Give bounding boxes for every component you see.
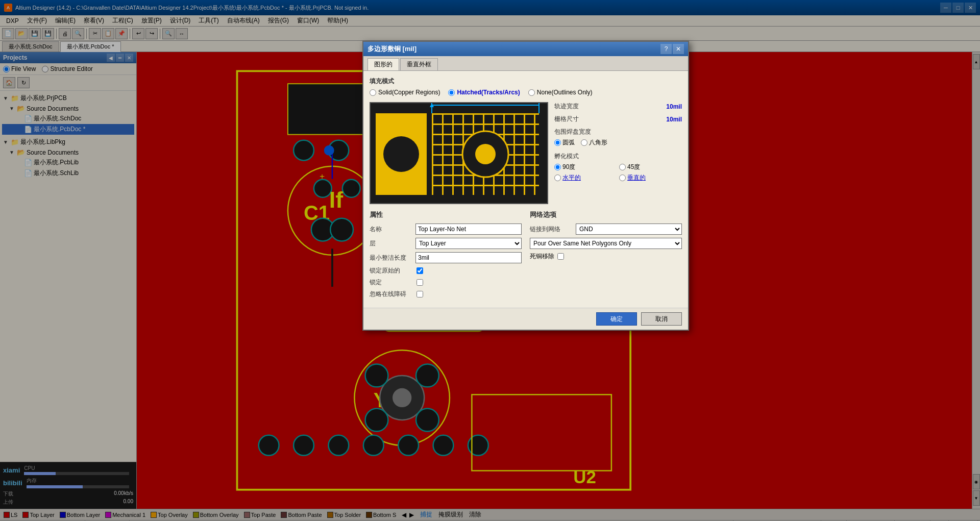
hatch-45-label: 45度 — [627, 163, 640, 171]
connect-net-row: 链接到网络 GND — [530, 224, 682, 235]
pour-over-select[interactable]: Pour Over Same Net Polygons Only — [530, 238, 682, 249]
modal-close-button[interactable]: ✕ — [673, 44, 684, 54]
properties-section: 属性 名称 层 Top Layer 最小整洁长度 — [370, 210, 522, 302]
preview-area: 轨迹宽度 10mil 栅格尺寸 10mil 包围焊盘宽度 — [370, 102, 682, 204]
hatch-90-option[interactable]: 90度 — [554, 163, 617, 171]
cancel-button[interactable]: 取消 — [641, 312, 682, 326]
connect-net-select[interactable]: GND — [576, 224, 682, 235]
pattern-preview — [370, 102, 548, 204]
ignore-checkbox[interactable] — [416, 291, 423, 297]
fill-mode-group: Solid(Copper Regions) Hatched(Tracks/Arc… — [370, 89, 682, 96]
name-row: 名称 — [370, 224, 522, 235]
modal-tab-graphic[interactable]: 图形的 — [368, 58, 399, 70]
modal-body: 填充模式 Solid(Copper Regions) Hatched(Track… — [363, 71, 688, 308]
fill-solid-option[interactable]: Solid(Copper Regions) — [370, 89, 440, 96]
hatch-90-label: 90度 — [562, 163, 575, 171]
ignore-row: 忽略在线障碍 — [370, 290, 522, 299]
fill-solid-radio[interactable] — [370, 89, 376, 96]
name-label: 名称 — [370, 225, 415, 234]
layer-select[interactable]: Top Layer — [415, 238, 522, 249]
surround-pads-label: 包围焊盘宽度 — [554, 128, 682, 136]
modal-controls: ? ✕ — [660, 44, 684, 54]
props-section: 属性 名称 层 Top Layer 最小整洁长度 — [370, 210, 682, 302]
surround-arc-radio[interactable] — [554, 139, 561, 146]
svg-point-75 — [475, 144, 496, 164]
layer-label: 层 — [370, 239, 415, 248]
grid-size-value: 10mil — [666, 116, 682, 123]
hatch-horiz-option[interactable]: 水平的 — [554, 173, 617, 182]
lock-row: 锁定 — [370, 278, 522, 287]
svg-point-69 — [383, 136, 419, 172]
hatch-45-radio[interactable] — [619, 164, 626, 170]
hatch-vert-radio[interactable] — [619, 175, 626, 181]
dead-copper-row: 死铜移除 — [530, 252, 682, 261]
net-options-section: 网络选项 链接到网络 GND Pour Over Same Net Polygo… — [530, 210, 682, 302]
fill-none-option[interactable]: None(Outlines Only) — [528, 89, 593, 96]
modal-title-bar: 多边形敷铜 [mil] ? ✕ — [363, 42, 688, 56]
polygon-pour-dialog: 多边形敷铜 [mil] ? ✕ 图形的 垂直外框 填充模式 Solid(Copp… — [362, 41, 689, 331]
lock-label: 锁定 — [370, 278, 415, 287]
hatch-45-option[interactable]: 45度 — [619, 163, 682, 171]
ignore-label: 忽略在线障碍 — [370, 290, 415, 299]
hatch-90-radio[interactable] — [554, 164, 561, 170]
fill-hatched-label: Hatched(Tracks/Arcs) — [457, 89, 520, 96]
modal-footer: 确定 取消 — [363, 308, 688, 330]
track-width-value: 10mil — [666, 103, 682, 110]
grid-size-label: 栅格尺寸 — [554, 115, 579, 123]
dead-copper-checkbox[interactable] — [557, 253, 564, 260]
fill-none-radio[interactable] — [528, 89, 535, 96]
surround-oct-option[interactable]: 八角形 — [581, 138, 607, 147]
min-clear-input[interactable] — [415, 252, 522, 263]
lock-prim-label: 锁定原始的 — [370, 266, 415, 275]
layer-row: 层 Top Layer — [370, 238, 522, 249]
fill-hatched-radio[interactable] — [448, 89, 455, 96]
lock-checkbox[interactable] — [416, 279, 423, 286]
hatch-vert-option[interactable]: 垂直的 — [619, 173, 682, 182]
net-options-title: 网络选项 — [530, 210, 682, 219]
connect-net-label: 链接到网络 — [530, 225, 576, 234]
hatch-horiz-label: 水平的 — [562, 173, 581, 182]
hatch-vert-label: 垂直的 — [627, 173, 646, 182]
fill-hatched-option[interactable]: Hatched(Tracks/Arcs) — [448, 89, 520, 96]
surround-arc-label: 圆弧 — [562, 138, 575, 147]
hatch-horiz-radio[interactable] — [554, 175, 561, 181]
fill-none-label: None(Outlines Only) — [537, 89, 593, 96]
surround-arc-option[interactable]: 圆弧 — [554, 138, 575, 147]
properties-title: 属性 — [370, 210, 522, 219]
modal-tabs: 图形的 垂直外框 — [363, 56, 688, 71]
surround-oct-label: 八角形 — [589, 138, 607, 147]
hatching-mode-label: 孵化模式 — [554, 152, 682, 161]
dead-copper-label: 死铜移除 — [530, 252, 554, 261]
modal-title: 多边形敷铜 [mil] — [368, 44, 416, 54]
confirm-button[interactable]: 确定 — [596, 312, 637, 326]
params-panel: 轨迹宽度 10mil 栅格尺寸 10mil 包围焊盘宽度 — [554, 102, 682, 204]
min-clear-row: 最小整洁长度 — [370, 252, 522, 263]
min-clear-label: 最小整洁长度 — [370, 254, 415, 262]
lock-prim-row: 锁定原始的 — [370, 266, 522, 275]
hatching-mode-group: 孵化模式 90度 45度 — [554, 152, 682, 182]
modal-overlay: 多边形敷铜 [mil] ? ✕ 图形的 垂直外框 填充模式 Solid(Copp… — [0, 0, 980, 521]
fill-mode-label: 填充模式 — [370, 77, 682, 86]
surround-oct-radio[interactable] — [581, 139, 587, 146]
track-width-row: 轨迹宽度 10mil — [554, 102, 682, 111]
lock-prim-checkbox[interactable] — [416, 267, 423, 274]
name-input[interactable] — [415, 224, 522, 235]
grid-size-row: 栅格尺寸 10mil — [554, 115, 682, 123]
preview-svg — [371, 103, 548, 204]
surround-pads-group: 包围焊盘宽度 圆弧 八角形 — [554, 128, 682, 147]
surround-pads-options: 圆弧 八角形 — [554, 138, 682, 147]
modal-help-button[interactable]: ? — [660, 44, 672, 54]
fill-solid-label: Solid(Copper Regions) — [378, 89, 440, 96]
modal-tab-vertical[interactable]: 垂直外框 — [400, 58, 438, 70]
track-width-label: 轨迹宽度 — [554, 102, 579, 111]
